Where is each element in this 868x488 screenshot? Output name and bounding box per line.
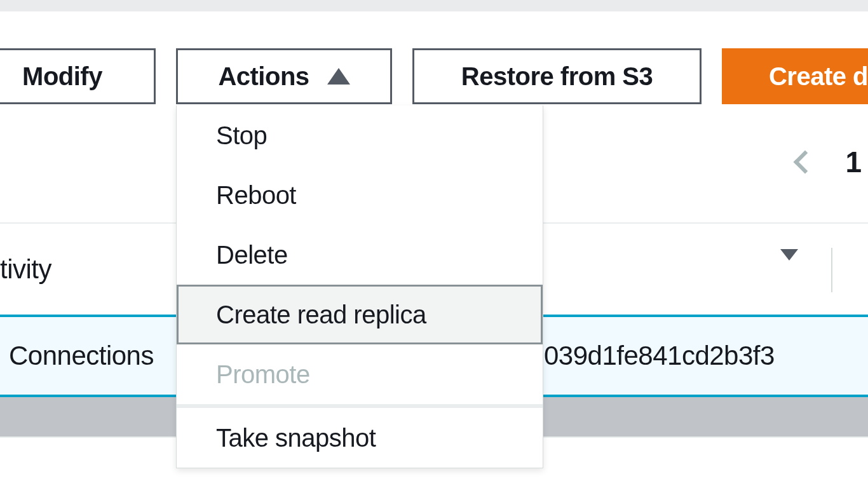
actions-dropdown: Stop Reboot Delete Create read replica P…: [176, 105, 543, 468]
top-strip: [0, 0, 868, 11]
menu-item-promote: Promote: [177, 344, 543, 404]
chevron-left-icon[interactable]: [794, 151, 817, 174]
column-header-activity[interactable]: tivity: [0, 254, 178, 285]
actions-button-label: Actions: [218, 62, 309, 91]
menu-item-label: Stop: [216, 121, 267, 150]
menu-item-create-read-replica[interactable]: Create read replica: [177, 285, 543, 344]
cell-vpc-id: 039d1fe841cd2b3f3: [544, 341, 775, 371]
restore-button-label: Restore from S3: [461, 62, 653, 91]
page-number: 1: [845, 145, 862, 179]
toolbar-spacer: [0, 11, 868, 48]
create-database-button[interactable]: Create d: [722, 48, 868, 104]
cell-connections: Connections: [0, 341, 178, 371]
create-button-label: Create d: [769, 62, 868, 91]
column-divider: [831, 248, 832, 292]
toolbar: Modify Actions Restore from S3 Create d: [0, 48, 868, 105]
modify-button-label: Modify: [22, 62, 102, 91]
sort-icon-wrap[interactable]: [780, 261, 798, 272]
pagination: 1: [797, 145, 868, 179]
menu-item-stop[interactable]: Stop: [177, 105, 543, 165]
menu-item-delete[interactable]: Delete: [177, 225, 543, 285]
actions-button[interactable]: Actions: [176, 48, 392, 104]
menu-item-label: Create read replica: [216, 301, 426, 329]
menu-item-reboot[interactable]: Reboot: [177, 165, 543, 225]
restore-from-s3-button[interactable]: Restore from S3: [412, 48, 702, 104]
menu-item-label: Promote: [216, 360, 310, 389]
menu-item-label: Take snapshot: [216, 424, 376, 452]
modify-button[interactable]: Modify: [0, 48, 156, 104]
menu-item-take-snapshot[interactable]: Take snapshot: [177, 408, 543, 468]
caret-down-icon: [780, 249, 798, 271]
menu-item-label: Delete: [216, 241, 288, 269]
caret-up-icon: [327, 68, 350, 85]
menu-item-label: Reboot: [216, 181, 296, 210]
